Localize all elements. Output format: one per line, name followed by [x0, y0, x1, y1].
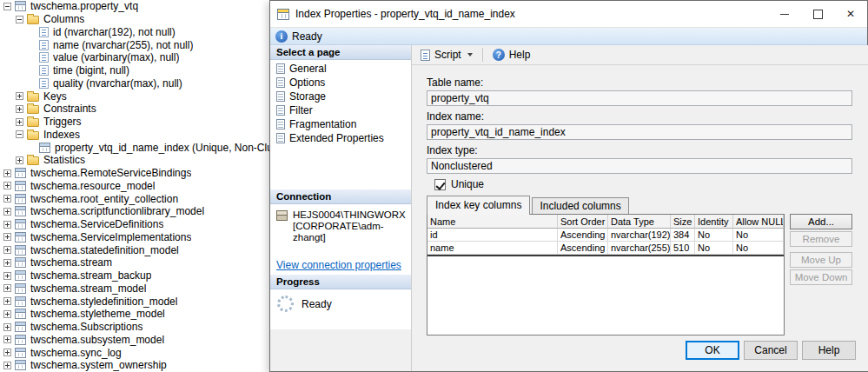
tree-expand-icon[interactable]	[3, 362, 11, 369]
tree-expand-icon[interactable]	[3, 349, 11, 356]
grid-cell[interactable]: id	[427, 229, 558, 242]
tree-expand-icon[interactable]	[3, 310, 11, 318]
tree-indent	[0, 31, 28, 32]
tree-item-label: twschema.statedefinition_model	[30, 244, 179, 256]
tree-expand-icon[interactable]	[16, 156, 23, 164]
tree-expand-icon[interactable]	[3, 335, 11, 343]
page-item-extended-properties[interactable]: Extended Properties	[270, 131, 411, 145]
grid-column-header[interactable]: Allow NULLs	[733, 215, 784, 229]
tree-expand-icon[interactable]	[3, 169, 11, 177]
tree-expand-icon[interactable]	[16, 118, 23, 126]
tree-expand-icon[interactable]	[16, 92, 23, 100]
grid-row[interactable]: idAscendingnvarchar(192)384NoNo	[427, 229, 784, 242]
tree-item[interactable]: twschema.root_entity_collection	[0, 192, 269, 205]
tree-item[interactable]: time (bigint, null)	[0, 64, 269, 77]
grid-cell[interactable]: No	[733, 242, 784, 255]
tree-item[interactable]: value (varbinary(max), null)	[0, 51, 269, 64]
page-item-fragmentation[interactable]: Fragmentation	[270, 117, 411, 131]
grid-row[interactable]: nameAscendingnvarchar(255)510NoNo	[427, 242, 784, 255]
tree-item[interactable]: twschema.subsystem_model	[0, 334, 269, 347]
grid-cell[interactable]: nvarchar(192)	[608, 229, 671, 242]
tab-included-columns[interactable]: Included columns	[532, 197, 628, 214]
grid-cell[interactable]: name	[427, 242, 558, 255]
table-icon	[15, 360, 26, 370]
minimize-icon[interactable]	[768, 1, 801, 27]
view-connection-properties-link[interactable]: View connection properties	[276, 259, 405, 271]
grid-column-header[interactable]: Size	[671, 215, 695, 229]
tree-item[interactable]: Statistics	[0, 154, 269, 167]
help-button[interactable]: Help	[802, 341, 856, 360]
tree-expand-icon[interactable]	[3, 221, 11, 229]
tree-item[interactable]: twschema.sync_log	[0, 346, 269, 359]
maximize-icon[interactable]	[801, 1, 834, 27]
tree-item[interactable]: twschema.system_ownership	[0, 359, 269, 372]
tree-item[interactable]: twschema.scriptfunctionlibrary_model	[0, 205, 269, 218]
ok-button[interactable]: OK	[686, 341, 739, 360]
index-key-columns-grid[interactable]: NameSort OrderData TypeSizeIdentityAllow…	[427, 214, 785, 335]
tree-item[interactable]: property_vtq_id_name_index (Unique, Non-…	[0, 141, 269, 154]
tree-collapse-icon[interactable]	[3, 3, 11, 10]
tree-expand-icon[interactable]	[3, 297, 11, 305]
index-type-input[interactable]	[427, 158, 852, 174]
tree-item[interactable]: twschema.styledefinition_model	[0, 295, 269, 308]
tree-expand-icon[interactable]	[3, 272, 11, 280]
grid-cell[interactable]: 510	[671, 242, 695, 255]
grid-cell[interactable]: No	[695, 229, 733, 242]
tree-indent	[0, 57, 28, 58]
grid-cell[interactable]: No	[695, 242, 733, 255]
tree-item[interactable]: Triggers	[0, 116, 269, 129]
tree-item[interactable]: Constraints	[0, 103, 269, 116]
tree-expand-icon[interactable]	[3, 182, 11, 189]
table-name-input[interactable]	[427, 90, 852, 106]
tree-item[interactable]: twschema.property_vtq	[0, 0, 269, 13]
tree-item[interactable]: twschema.statedefinition_model	[0, 243, 269, 256]
tree-item[interactable]: twschema.stream_backup	[0, 269, 269, 282]
tree-expand-icon[interactable]	[3, 195, 11, 203]
grid-cell[interactable]: 384	[671, 229, 695, 242]
grid-cell[interactable]: Ascending	[558, 242, 608, 255]
tree-item[interactable]: twschema.styletheme_model	[0, 308, 269, 321]
tree-item[interactable]: twschema.stream	[0, 256, 269, 269]
tree-item[interactable]: twschema.Subscriptions	[0, 321, 269, 334]
tree-expand-icon[interactable]	[3, 284, 11, 292]
help-toolbar-button[interactable]: Help	[488, 47, 535, 63]
tree-item[interactable]: twschema.RemoteServiceBindings	[0, 167, 269, 180]
page-item-options[interactable]: Options	[270, 76, 411, 90]
page-item-filter[interactable]: Filter	[270, 103, 411, 117]
tree-item[interactable]: id (nvarchar(192), not null)	[0, 26, 269, 39]
grid-column-header[interactable]: Data Type	[608, 215, 671, 229]
tree-expand-icon[interactable]	[3, 246, 11, 254]
index-name-input[interactable]	[427, 124, 852, 140]
grid-cell[interactable]: nvarchar(255)	[608, 242, 671, 255]
tree-item[interactable]: quality (nvarchar(max), null)	[0, 77, 269, 90]
tree-item[interactable]: twschema.resource_model	[0, 180, 269, 193]
grid-cell[interactable]: Ascending	[558, 229, 608, 242]
tree-item[interactable]: name (nvarchar(255), not null)	[0, 38, 269, 51]
tree-item[interactable]: Keys	[0, 90, 269, 103]
tab-index-key-columns[interactable]: Index key columns	[427, 196, 530, 215]
page-item-general[interactable]: General	[270, 62, 411, 76]
tree-expand-icon[interactable]	[16, 105, 23, 113]
tree-collapse-icon[interactable]	[16, 130, 23, 138]
grid-column-header[interactable]: Identity	[695, 215, 733, 229]
column-icon	[39, 65, 49, 76]
tree-item[interactable]: twschema.stream_model	[0, 282, 269, 296]
grid-cell[interactable]: No	[733, 229, 784, 242]
tree-item[interactable]: twschema.ServiceImplementations	[0, 231, 269, 244]
tree-expand-icon[interactable]	[3, 259, 11, 267]
tree-collapse-icon[interactable]	[16, 16, 23, 23]
tree-item[interactable]: Columns	[0, 13, 269, 26]
grid-column-header[interactable]: Name	[427, 215, 558, 229]
page-item-storage[interactable]: Storage	[270, 90, 411, 103]
unique-checkbox[interactable]	[434, 179, 446, 190]
tree-expand-icon[interactable]	[3, 233, 11, 241]
cancel-button[interactable]: Cancel	[744, 341, 798, 360]
tree-item[interactable]: Indexes	[0, 129, 269, 142]
add-button[interactable]: Add...	[790, 214, 852, 229]
tree-item[interactable]: twschema.ServiceDefinitions	[0, 218, 269, 231]
tree-expand-icon[interactable]	[3, 208, 11, 216]
close-icon[interactable]	[834, 1, 867, 27]
tree-expand-icon[interactable]	[3, 323, 11, 331]
grid-column-header[interactable]: Sort Order	[558, 215, 608, 229]
script-button[interactable]: Script	[416, 47, 477, 63]
